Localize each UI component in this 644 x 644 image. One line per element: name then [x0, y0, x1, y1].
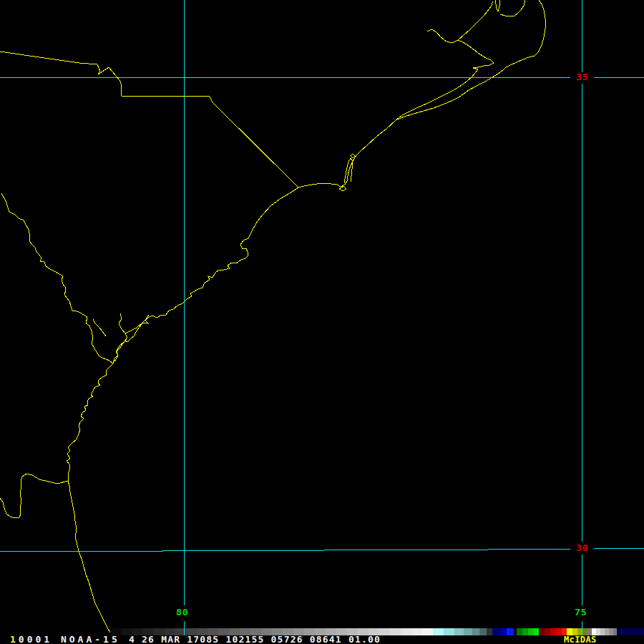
coastline-segment [93, 319, 106, 336]
frame-number: 1 [10, 634, 19, 644]
color-bar-segment [479, 628, 487, 635]
coastline-segment [114, 313, 127, 361]
coastline-segment [500, 0, 525, 16]
color-bar-segment [444, 628, 454, 635]
coastline-segment [344, 158, 353, 183]
mcidas-brand-label: McIDAS [564, 635, 597, 644]
image-id-label: 0001 NOAA-15 [19, 634, 120, 644]
color-bar-segment [379, 628, 390, 635]
color-bar-segment [507, 628, 514, 635]
color-bar-segment [534, 628, 539, 635]
coastline-segment [351, 154, 355, 158]
color-bar-segment [472, 628, 479, 635]
coastline-segment [1, 193, 113, 364]
color-bar-segment [517, 628, 522, 635]
coastline-segment [427, 29, 494, 68]
color-bar-segment [422, 628, 433, 635]
color-bar-segment [454, 628, 464, 635]
lat-35-line [0, 77, 570, 78]
coastline-segment [396, 68, 478, 120]
coastline-segment [67, 70, 503, 633]
coastline-map [0, 0, 545, 633]
color-bar-segment [556, 628, 562, 635]
status-frame-and-id: 10001 NOAA-15 [10, 635, 120, 644]
latlon-grid [0, 0, 644, 635]
color-bar-segment [411, 628, 422, 635]
map-overlay-svg [0, 0, 644, 644]
lon-75-label: 75 [575, 608, 587, 618]
lat-30-line [594, 549, 644, 550]
coastline-segment [458, 1, 493, 40]
coastline-segment [0, 52, 298, 187]
color-bar-segment [464, 628, 472, 635]
color-bar-segment [545, 628, 550, 635]
color-bar-segment [522, 628, 528, 635]
color-bar-segment [492, 628, 501, 635]
color-bar-segment [390, 628, 401, 635]
lat-30-line [0, 550, 570, 552]
coastline-segment [125, 315, 149, 333]
coastline-segment [495, 0, 500, 11]
coastline-segment [339, 186, 346, 191]
satellite-image-viewport[interactable]: 35308075 10001 NOAA-15 4 26 MAR 17085 10… [0, 0, 644, 644]
color-bar-segment [528, 628, 534, 635]
color-bar-segment [401, 628, 411, 635]
color-bar-segment [617, 628, 644, 635]
lon-80-label: 80 [176, 608, 189, 618]
color-bar-segment [501, 628, 507, 635]
color-bar-segment [433, 628, 444, 635]
lat-35-line [594, 78, 644, 79]
coastline-segment [503, 0, 545, 70]
lat-30-label: 30 [576, 543, 589, 553]
geo-labels-layer: 35308075 [0, 0, 644, 644]
color-bar-segment [487, 628, 492, 635]
image-info-text: 4 26 MAR 17085 102155 05726 08641 01.00 [129, 635, 381, 644]
lat-35-label: 35 [576, 72, 589, 82]
coastline-segment [0, 474, 68, 518]
color-bar-segment [539, 628, 545, 635]
color-bar-segment [550, 628, 556, 635]
